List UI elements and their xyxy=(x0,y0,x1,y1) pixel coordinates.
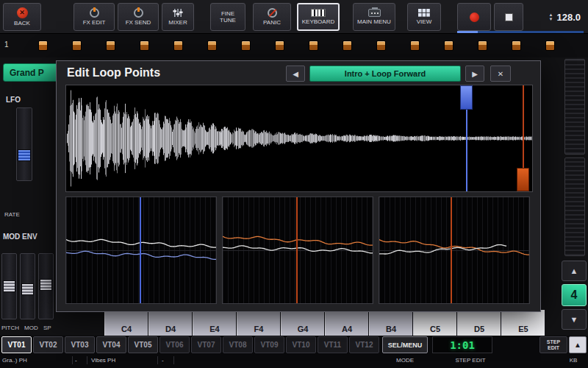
mod-slider[interactable] xyxy=(20,253,35,319)
track1-name: Gra..) PH xyxy=(2,357,27,364)
sel-menu-button[interactable]: SEL/MENU xyxy=(382,336,428,353)
track-button-vt02[interactable]: VT02 xyxy=(33,336,63,353)
key-label: D5 xyxy=(474,325,484,333)
stop-button[interactable] xyxy=(494,3,523,31)
track-button-vt03[interactable]: VT03 xyxy=(65,336,95,353)
key-f4[interactable]: F4 xyxy=(237,310,281,336)
lfo-rate-slider[interactable] xyxy=(16,107,32,181)
panic-label: PANIC xyxy=(263,19,281,26)
panic-icon xyxy=(268,8,277,18)
mixer-button[interactable]: MIXER xyxy=(162,3,194,31)
pitch-slider[interactable] xyxy=(1,253,17,319)
close-button[interactable]: ✕ xyxy=(490,66,511,82)
back-button[interactable]: BACK xyxy=(3,3,41,31)
key-label: A4 xyxy=(342,325,352,333)
key-g4[interactable]: G4 xyxy=(281,310,325,336)
octave-down-button[interactable]: ▼ xyxy=(562,309,587,330)
pad-flag-icon[interactable] xyxy=(309,40,318,51)
sp-slider-handle[interactable] xyxy=(40,279,52,291)
pad-flag-icon[interactable] xyxy=(512,40,521,51)
track-button-vt11[interactable]: VT11 xyxy=(318,336,348,353)
loop-mode-prev-button[interactable]: ◀ xyxy=(286,66,305,82)
pad-flag-icon[interactable] xyxy=(38,40,48,51)
fx-send-button[interactable]: FX SEND xyxy=(118,3,159,31)
mode-label: MODE xyxy=(382,357,428,364)
step-edit-button[interactable]: STEP EDIT xyxy=(539,336,567,353)
loop-point-handle[interactable] xyxy=(460,85,473,110)
pattern-row: 1 xyxy=(0,34,588,57)
right-scrollbar-lower[interactable] xyxy=(564,158,585,256)
sp-slider[interactable] xyxy=(38,253,54,319)
record-button[interactable] xyxy=(457,3,491,31)
track-button-vt12[interactable]: VT12 xyxy=(349,336,379,353)
tempo-down-icon[interactable]: ▼ xyxy=(549,17,553,21)
pitch-slider-handle[interactable] xyxy=(3,280,15,292)
waveform-display[interactable] xyxy=(65,85,533,192)
keyboard-label: KEYBOARD xyxy=(302,18,334,25)
piano-keys-icon xyxy=(311,9,326,17)
tempo-value: 128.0 xyxy=(556,12,581,23)
stop-icon xyxy=(505,13,513,21)
pad-flag-icon[interactable] xyxy=(106,40,115,51)
pad-flag-icon[interactable] xyxy=(410,40,420,51)
song-position-bar[interactable] xyxy=(457,31,584,33)
keyboard-up-button[interactable]: ▲ xyxy=(569,336,587,353)
key-b4[interactable]: B4 xyxy=(369,310,413,336)
pad-flag-icon[interactable] xyxy=(140,40,149,51)
fine-tune-button[interactable]: FINE TUNE xyxy=(210,3,245,31)
right-scrollbar-upper[interactable] xyxy=(564,59,585,155)
pad-flag-icon[interactable] xyxy=(444,40,453,51)
track-button-vt05[interactable]: VT05 xyxy=(128,336,158,353)
key-d4[interactable]: D4 xyxy=(148,310,193,336)
pad-flag-icon[interactable] xyxy=(72,40,82,51)
sample-end-zoom-panel[interactable] xyxy=(379,197,530,304)
end-point-handle[interactable] xyxy=(517,168,529,191)
fx-send-label: FX SEND xyxy=(126,19,151,26)
track-button-vt10[interactable]: VT10 xyxy=(286,336,316,353)
track-button-vt09[interactable]: VT09 xyxy=(254,336,284,353)
key-a4[interactable]: A4 xyxy=(325,310,369,336)
rate-label: RATE xyxy=(4,211,20,218)
loop-end-marker-line[interactable] xyxy=(296,197,298,303)
pad-flag-icon[interactable] xyxy=(545,40,555,51)
octave-up-button[interactable]: ▲ xyxy=(562,261,587,281)
loop-start-marker-line[interactable] xyxy=(140,197,141,303)
fx-edit-button[interactable]: FX EDIT xyxy=(74,3,115,31)
pad-flag-icon[interactable] xyxy=(275,40,284,51)
track-button-vt07[interactable]: VT07 xyxy=(191,336,221,353)
mod-slider-handle[interactable] xyxy=(21,283,34,295)
pad-flag-icon[interactable] xyxy=(173,40,183,51)
track-button-vt01[interactable]: VT01 xyxy=(1,336,32,353)
panic-button[interactable]: PANIC xyxy=(253,3,291,31)
pad-flag-icon[interactable] xyxy=(478,40,487,51)
lfo-rate-slider-handle[interactable] xyxy=(18,149,31,161)
track-button-vt04[interactable]: VT04 xyxy=(96,336,126,353)
up-icon: ▲ xyxy=(574,341,581,349)
key-d5[interactable]: D5 xyxy=(457,310,501,336)
loop-mode-next-button[interactable]: ▶ xyxy=(465,66,484,82)
loop-start-zoom-panel[interactable] xyxy=(65,197,217,304)
fx-edit-label: FX EDIT xyxy=(83,19,106,26)
octave-display-button[interactable]: 4 xyxy=(562,284,587,306)
track-button-vt08[interactable]: VT08 xyxy=(223,336,253,353)
pad-flag-icon[interactable] xyxy=(376,40,386,51)
app-screen: BACK FX EDIT FX SEND MIXER FINE TUNE PAN… xyxy=(0,0,588,368)
sample-end-marker-line[interactable] xyxy=(451,197,452,303)
tempo-display[interactable]: ▲ ▼ 128.0 xyxy=(525,3,585,31)
view-label: VIEW xyxy=(417,18,431,25)
track3-name: Vibes PH xyxy=(91,357,115,364)
pad-flag-icon[interactable] xyxy=(207,40,217,51)
pad-flag-icon[interactable] xyxy=(241,40,251,51)
view-button[interactable]: VIEW xyxy=(407,3,441,31)
main-menu-button[interactable]: MAIN MENU xyxy=(353,3,395,31)
track-button-vt06[interactable]: VT06 xyxy=(159,336,190,353)
pad-flag-icon[interactable] xyxy=(343,40,352,51)
key-label: D4 xyxy=(165,325,176,333)
loop-end-zoom-panel[interactable] xyxy=(222,197,373,304)
key-e5[interactable]: E5 xyxy=(501,310,545,336)
key-e4[interactable]: E4 xyxy=(193,310,237,336)
key-c4[interactable]: C4 xyxy=(104,310,148,336)
key-c5[interactable]: C5 xyxy=(413,310,457,336)
loop-mode-select[interactable]: Intro + Loop Forward xyxy=(309,66,461,82)
keyboard-button[interactable]: KEYBOARD xyxy=(297,3,340,31)
